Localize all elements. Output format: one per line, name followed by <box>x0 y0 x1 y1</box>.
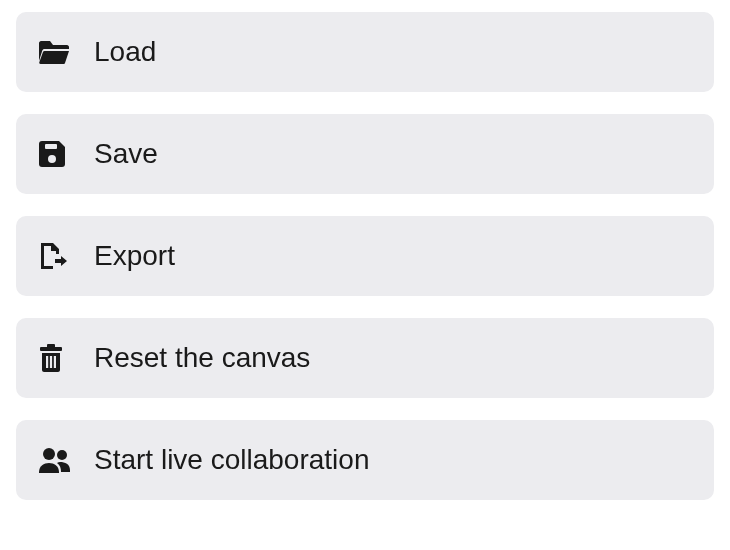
svg-rect-3 <box>47 344 55 348</box>
export-icon <box>38 241 78 271</box>
svg-point-7 <box>43 448 55 460</box>
svg-rect-6 <box>54 356 56 368</box>
reset-canvas-button[interactable]: Reset the canvas <box>16 318 714 398</box>
reset-label: Reset the canvas <box>94 342 310 374</box>
start-collaboration-button[interactable]: Start live collaboration <box>16 420 714 500</box>
folder-open-icon <box>38 39 78 65</box>
svg-rect-5 <box>50 356 52 368</box>
save-label: Save <box>94 138 158 170</box>
action-menu: Load Save Export <box>0 0 730 500</box>
save-icon <box>38 140 78 168</box>
svg-point-8 <box>57 450 67 460</box>
save-button[interactable]: Save <box>16 114 714 194</box>
svg-rect-1 <box>45 144 57 149</box>
users-icon <box>38 447 78 473</box>
load-button[interactable]: Load <box>16 12 714 92</box>
export-label: Export <box>94 240 175 272</box>
collab-label: Start live collaboration <box>94 444 369 476</box>
load-label: Load <box>94 36 156 68</box>
export-button[interactable]: Export <box>16 216 714 296</box>
svg-rect-4 <box>46 356 48 368</box>
svg-point-0 <box>48 155 56 163</box>
trash-icon <box>38 343 78 373</box>
